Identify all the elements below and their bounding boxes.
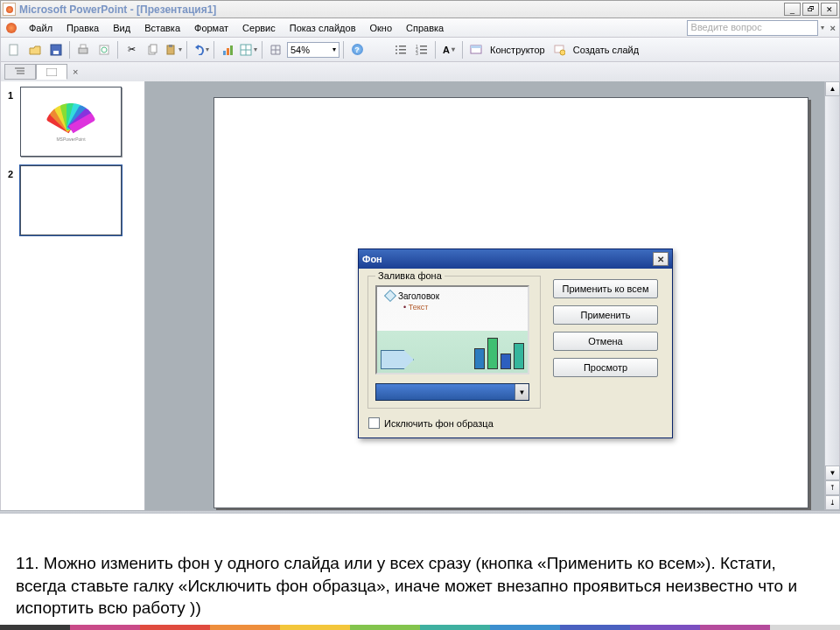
new-icon[interactable] [4, 40, 24, 60]
help-icon[interactable]: ? [347, 40, 367, 60]
svg-point-27 [396, 52, 397, 54]
minimize-button[interactable]: _ [784, 3, 801, 16]
scroll-down-icon[interactable]: ▼ [825, 466, 840, 480]
separator [262, 41, 262, 59]
dialog-close-button[interactable]: ✕ [653, 252, 668, 266]
svg-rect-32 [420, 49, 427, 51]
undo-icon[interactable] [191, 40, 210, 60]
separator [186, 41, 187, 59]
preview-text: Текст [403, 303, 522, 312]
thumbnail-row: 1 MSPowerPoint [8, 87, 137, 157]
apply-all-button[interactable]: Применить ко всем [553, 279, 658, 298]
fill-fieldset: Заливка фона Заголовок Текст [368, 276, 541, 409]
thumb-number: 2 [8, 165, 20, 235]
svg-rect-3 [79, 48, 88, 53]
slide-preview: Заголовок Текст [375, 285, 529, 374]
menu-help[interactable]: Справка [399, 20, 451, 36]
menu-tools[interactable]: Сервис [235, 20, 283, 36]
menu-insert[interactable]: Вставка [137, 20, 187, 36]
separator [435, 41, 436, 59]
preview-button[interactable]: Просмотр [553, 358, 658, 377]
title-bar: Microsoft PowerPoint - [Презентация1] _ … [0, 0, 840, 18]
prev-slide-icon[interactable]: ⤒ [825, 480, 840, 495]
scroll-up-icon[interactable]: ▲ [825, 81, 840, 96]
menu-view[interactable]: Вид [106, 20, 137, 36]
new-slide-button[interactable]: Создать слайд [570, 45, 641, 55]
separator [214, 41, 214, 59]
slide-thumbnail-2[interactable] [20, 165, 122, 235]
standard-toolbar: ✂ 54%▾ ? 123 A Конструктор Создать слайд [0, 38, 840, 62]
zoom-value: 54% [290, 45, 310, 55]
menu-window[interactable]: Окно [363, 20, 400, 36]
background-dialog: Фон ✕ Заливка фона Заголовок Текст [358, 248, 673, 438]
cancel-button[interactable]: Отмена [553, 332, 658, 351]
svg-rect-10 [169, 45, 172, 47]
fill-color-combo[interactable]: ▼ [375, 383, 529, 401]
font-increase-icon[interactable]: A [439, 40, 458, 60]
restore-button[interactable]: 🗗 [802, 3, 819, 16]
numbering-icon[interactable]: 123 [412, 40, 431, 60]
svg-rect-26 [399, 49, 406, 51]
open-icon[interactable] [25, 40, 45, 60]
chart-icon[interactable] [218, 40, 237, 60]
pane-close-button[interactable]: × [73, 66, 78, 77]
svg-rect-30 [420, 46, 427, 47]
apply-button[interactable]: Применить [553, 305, 658, 325]
exclude-master-label: Исключить фон образца [384, 418, 494, 429]
chevron-down-icon: ▼ [514, 384, 528, 400]
svg-rect-12 [227, 48, 229, 55]
system-menu-icon[interactable] [4, 21, 18, 35]
menu-dropdown-icon[interactable]: ▾ [821, 24, 824, 32]
bullets-icon[interactable] [391, 40, 410, 60]
question-input[interactable]: Введите вопрос [687, 20, 818, 36]
separator [343, 41, 344, 59]
preview-icon[interactable] [94, 40, 114, 60]
window-title: Microsoft PowerPoint - [Презентация1] [19, 4, 782, 16]
slides-tab[interactable] [36, 64, 67, 80]
splitter[interactable] [0, 510, 840, 514]
svg-rect-2 [53, 51, 59, 54]
dialog-titlebar[interactable]: Фон ✕ [359, 249, 672, 269]
thumb-number: 1 [8, 87, 20, 157]
close-button[interactable]: ✕ [821, 3, 837, 16]
thumbnail-row: 2 [8, 165, 137, 235]
table-icon[interactable] [239, 40, 258, 60]
menu-edit[interactable]: Правка [60, 20, 106, 36]
thumb1-caption: MSPowerPoint [56, 136, 85, 142]
new-slide-icon[interactable] [550, 40, 569, 60]
designer-button[interactable]: Конструктор [487, 45, 548, 55]
slide-thumbnails-panel[interactable]: 1 MSPowerPoint [1, 81, 145, 510]
zoom-combo[interactable]: 54%▾ [287, 42, 340, 58]
outline-tab[interactable] [4, 64, 36, 80]
copy-icon[interactable] [143, 40, 162, 60]
menu-file[interactable]: Файл [22, 20, 60, 36]
menu-format[interactable]: Формат [187, 20, 235, 36]
paste-icon[interactable] [164, 40, 183, 60]
svg-rect-28 [399, 52, 406, 54]
next-slide-icon[interactable]: ⤓ [825, 495, 840, 510]
tutorial-caption: 11. Можно изменить фон у одного слайда и… [0, 545, 840, 623]
svg-rect-34 [420, 52, 427, 54]
svg-rect-24 [399, 46, 406, 47]
menu-slideshow[interactable]: Показ слайдов [283, 20, 363, 36]
svg-text:3: 3 [416, 51, 418, 56]
exclude-master-checkbox[interactable] [368, 417, 380, 429]
svg-rect-42 [46, 68, 57, 76]
close-document-button[interactable]: × [830, 23, 836, 33]
print-icon[interactable] [74, 40, 93, 60]
vertical-scrollbar[interactable]: ▲ ▼ ⤒ ⤓ [824, 81, 839, 510]
slide-thumbnail-1[interactable]: MSPowerPoint [20, 87, 122, 157]
save-icon[interactable] [46, 40, 66, 60]
cut-icon[interactable]: ✂ [122, 40, 141, 60]
separator [462, 41, 463, 59]
color-fan-icon [40, 102, 102, 133]
designer-icon[interactable] [466, 40, 486, 60]
arrow-shape-icon [381, 350, 414, 369]
svg-rect-11 [223, 51, 226, 55]
grid-icon[interactable] [266, 40, 285, 60]
preview-title: Заголовок [398, 291, 522, 301]
fieldset-legend: Заливка фона [375, 270, 444, 281]
diamond-icon [384, 290, 396, 302]
svg-rect-36 [471, 46, 481, 48]
svg-rect-0 [10, 45, 18, 55]
